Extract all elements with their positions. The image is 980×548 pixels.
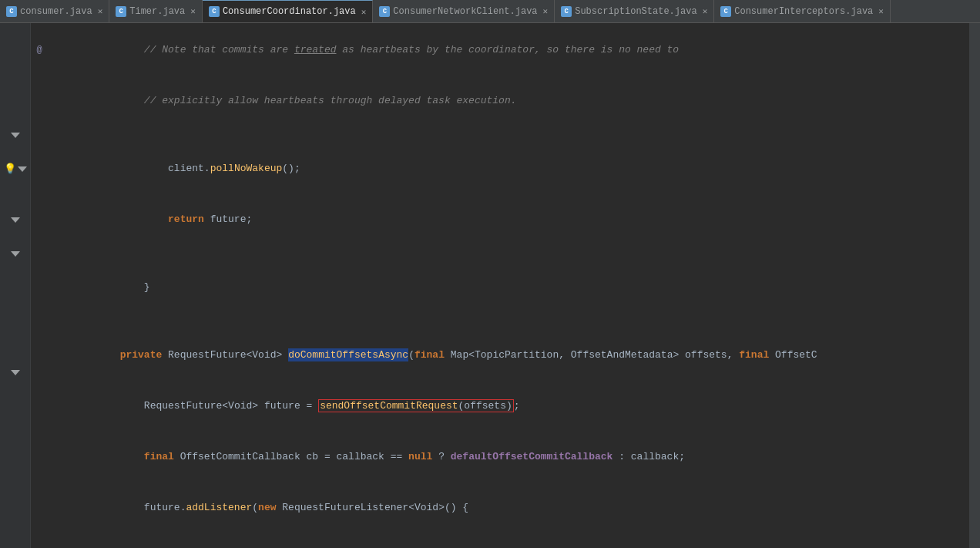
code-editor[interactable]: @ // Note that commits are treated as he…	[31, 23, 969, 548]
close-timer[interactable]: ✕	[190, 6, 196, 16]
tab-icon-subscriptionstate: C	[561, 6, 572, 17]
tab-label-consumer: consumer.java	[20, 6, 92, 17]
left-gutter: 💡	[0, 23, 31, 548]
tab-timer[interactable]: C Timer.java ✕	[109, 0, 203, 22]
marker-1: @	[31, 45, 48, 55]
comment-text-2: // explicitly allow heartbeats through d…	[96, 95, 516, 106]
close-interceptors[interactable]: ✕	[878, 6, 884, 16]
tab-label-timer: Timer.java	[129, 6, 185, 17]
line-content-3	[48, 126, 969, 143]
tab-icon-coordinator: C	[209, 6, 220, 17]
code-line-3	[31, 126, 969, 143]
tab-bar: C consumer.java ✕ C Timer.java ✕ C Consu…	[0, 0, 980, 23]
line-content-7: }	[48, 262, 969, 313]
code-line-13: @Override	[31, 533, 969, 548]
tab-interceptors[interactable]: C ConsumerInterceptors.java ✕	[714, 0, 891, 22]
warning-icon: 💡	[4, 163, 16, 175]
line-content-11: final OffsetCommitCallback cb = callback…	[48, 432, 969, 482]
code-line-9: private RequestFuture<Void> doCommitOffs…	[31, 330, 969, 381]
line-content-10: RequestFuture<Void> future = sendOffsetC…	[48, 381, 969, 432]
close-consumer[interactable]: ✕	[98, 6, 103, 16]
fold-arrow-method[interactable]	[18, 166, 27, 172]
code-line-6	[31, 245, 969, 262]
fold-arrow-onsuccess[interactable]	[11, 251, 20, 257]
fold-arrow-listener[interactable]	[11, 217, 20, 223]
line-content-2: // explicitly allow heartbeats through d…	[48, 76, 969, 126]
code-line-5: return future;	[31, 194, 969, 245]
code-line-4: client.pollNoWakeup();	[31, 143, 969, 194]
code-line-2: // explicitly allow heartbeats through d…	[31, 76, 969, 126]
line-content-5: return future;	[48, 194, 969, 245]
close-subscriptionstate[interactable]: ✕	[703, 6, 708, 16]
close-networkclient[interactable]: ✕	[543, 6, 549, 16]
tab-label-interceptors: ConsumerInterceptors.java	[734, 6, 873, 17]
comment-text-1: // Note that commits are treated as hear…	[96, 44, 679, 55]
code-line-1: @ // Note that commits are treated as he…	[31, 25, 969, 76]
editor-container: 💡 @	[0, 23, 980, 548]
code-line-10: RequestFuture<Void> future = sendOffsetC…	[31, 381, 969, 432]
line-content-13: @Override	[48, 533, 969, 548]
tab-coordinator[interactable]: C ConsumerCoordinator.java ✕	[203, 0, 373, 22]
tab-networkclient[interactable]: C ConsumerNetworkClient.java ✕	[373, 0, 555, 22]
line-content-8	[48, 313, 969, 330]
tab-label-subscriptionstate: SubscriptionState.java	[575, 6, 696, 17]
at-icon-1: @	[36, 45, 42, 55]
code-line-11: final OffsetCommitCallback cb = callback…	[31, 432, 969, 482]
tab-icon-interceptors: C	[720, 6, 731, 17]
line-content-12: future.addListener(new RequestFutureList…	[48, 482, 969, 533]
tab-icon-timer: C	[116, 6, 126, 17]
code-line-7: }	[31, 262, 969, 313]
code-line-8	[31, 313, 969, 330]
close-coordinator[interactable]: ✕	[361, 7, 367, 17]
fold-arrow-onfailure[interactable]	[11, 370, 20, 375]
code-line-12: future.addListener(new RequestFutureList…	[31, 482, 969, 533]
fold-arrow-close[interactable]	[11, 133, 20, 138]
line-content-9: private RequestFuture<Void> doCommitOffs…	[48, 330, 969, 381]
line-content-1: // Note that commits are treated as hear…	[48, 25, 969, 76]
tab-icon-consumer: C	[6, 6, 17, 17]
tab-consumer[interactable]: C consumer.java ✕	[0, 0, 109, 22]
tab-subscriptionstate[interactable]: C SubscriptionState.java ✕	[555, 0, 714, 22]
line-content-6	[48, 245, 969, 262]
tab-label-networkclient: ConsumerNetworkClient.java	[393, 6, 537, 17]
tab-icon-networkclient: C	[379, 6, 390, 17]
line-content-4: client.pollNoWakeup();	[48, 143, 969, 194]
tab-label-coordinator: ConsumerCoordinator.java	[223, 6, 356, 17]
scrollbar[interactable]	[969, 23, 980, 548]
